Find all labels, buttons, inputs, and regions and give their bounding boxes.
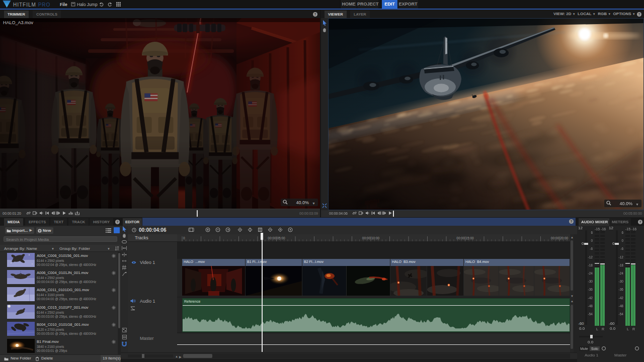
svg-text:0: 0 (183, 236, 185, 240)
svg-text:00:00:15:00: 00:00:15:00 (456, 236, 474, 240)
svg-text:00:00:10:00: 00:00:10:00 (362, 236, 380, 240)
svg-text:00:00:20:00: 00:00:20:00 (551, 236, 569, 240)
svg-text:00:00:05:00: 00:00:05:00 (268, 236, 285, 240)
